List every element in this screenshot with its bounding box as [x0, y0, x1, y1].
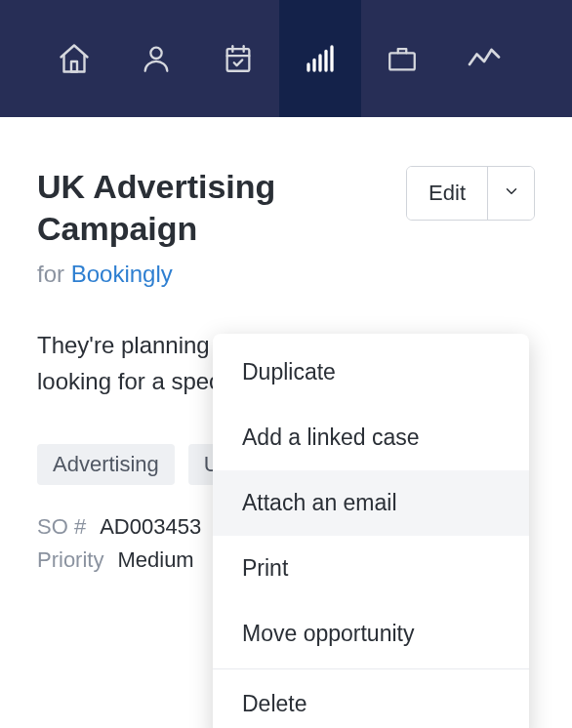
so-label: SO # — [37, 514, 86, 540]
calendar-check-icon — [222, 42, 255, 75]
menu-item-delete[interactable]: Delete — [213, 671, 529, 728]
menu-item-duplicate[interactable]: Duplicate — [213, 340, 529, 405]
tag-item[interactable]: Advertising — [37, 444, 175, 485]
so-value: AD003453 — [100, 514, 201, 540]
top-nav — [0, 0, 572, 117]
nav-reports[interactable] — [279, 0, 361, 117]
org-link[interactable]: Bookingly — [71, 261, 173, 287]
edit-dropdown-toggle[interactable] — [487, 167, 534, 220]
menu-item-add-linked-case[interactable]: Add a linked case — [213, 405, 529, 470]
nav-tracks[interactable] — [443, 0, 525, 117]
priority-label: Priority — [37, 547, 103, 573]
menu-item-print[interactable]: Print — [213, 536, 529, 601]
menu-item-attach-email[interactable]: Attach an email — [213, 470, 529, 536]
edit-button-group: Edit — [406, 166, 535, 221]
page-title: UK Advertising Campaign — [37, 166, 349, 249]
chevron-down-icon — [503, 182, 520, 204]
for-prefix: for — [37, 261, 71, 287]
content-area: UK Advertising Campaign Edit for Booking… — [0, 117, 572, 573]
briefcase-icon — [386, 42, 419, 75]
trend-icon — [467, 41, 502, 76]
bars-icon — [303, 41, 338, 76]
svg-point-1 — [150, 48, 161, 59]
home-icon — [57, 41, 92, 76]
svg-rect-0 — [71, 61, 77, 72]
svg-rect-2 — [227, 49, 250, 71]
nav-home[interactable] — [33, 0, 115, 117]
menu-separator — [213, 668, 529, 669]
menu-item-move-opportunity[interactable]: Move opportunity — [213, 601, 529, 667]
nav-person[interactable] — [115, 0, 197, 117]
svg-rect-11 — [389, 53, 415, 69]
nav-cases[interactable] — [361, 0, 443, 117]
org-subtitle: for Bookingly — [37, 261, 535, 288]
nav-calendar[interactable] — [197, 0, 279, 117]
edit-button[interactable]: Edit — [407, 167, 487, 220]
person-icon — [140, 42, 173, 75]
action-menu: Duplicate Add a linked case Attach an em… — [213, 334, 529, 728]
priority-value: Medium — [117, 547, 193, 573]
